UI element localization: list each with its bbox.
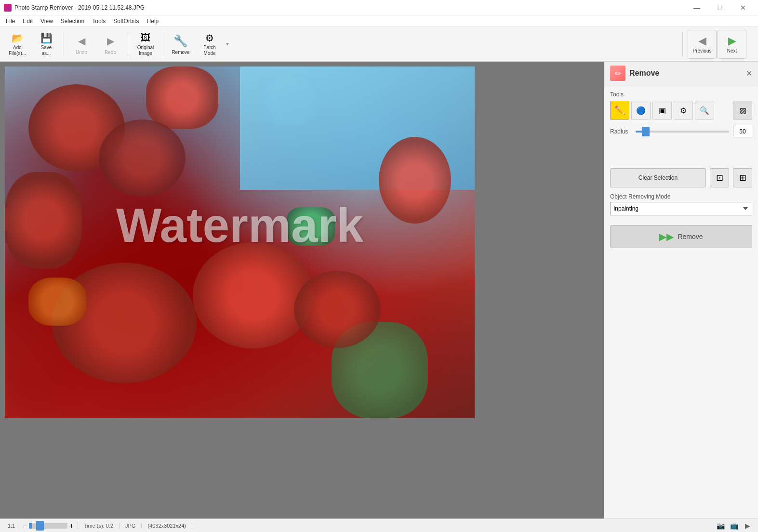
main-area: Watermark ✏ Remove ✕ Tools ✏️ 🔵 ▣ ⚙ 🔍 — [0, 62, 758, 519]
batch-mode-button[interactable]: ⚙ BatchMode — [196, 30, 223, 59]
flower-group-3 — [99, 120, 186, 197]
clear-selection-button[interactable]: Clear Selection — [610, 168, 706, 187]
flower-group-2 — [146, 66, 218, 129]
remove-button[interactable]: 🔧 Remove — [167, 30, 194, 59]
zoom-slider[interactable] — [29, 523, 67, 529]
rect-select-tool[interactable]: ▣ — [652, 101, 672, 120]
toolbar: 📂 AddFile(s)... 💾 Saveas... ◀ Undo ▶ Red… — [0, 27, 758, 62]
nav-separator — [682, 32, 683, 56]
undo-button[interactable]: ◀ Undo — [68, 30, 95, 59]
menu-tools[interactable]: Tools — [88, 17, 109, 26]
next-icon: ▶ — [728, 35, 736, 47]
original-image-icon: 🖼 — [138, 32, 153, 44]
redo-icon: ▶ — [103, 33, 118, 49]
menu-file[interactable]: File — [2, 17, 19, 26]
radius-section: Radius 50 — [610, 126, 752, 137]
eraser-tool[interactable]: 🔵 — [631, 101, 651, 120]
flower-group-5 — [193, 242, 313, 348]
toolbar-sep-3 — [163, 32, 163, 56]
magic-wand-tool[interactable]: ⚙ — [674, 101, 693, 120]
remove-btn-container: ▶▶ Remove — [604, 221, 758, 252]
save-as-button[interactable]: 💾 Saveas... — [33, 30, 60, 59]
time-status: Time (s): 0.2 — [78, 523, 120, 529]
select-rect-button[interactable]: ⊡ — [710, 168, 729, 187]
radius-label: Radius — [610, 128, 632, 135]
status-bar: 1:1 − + Time (s): 0.2 JPG (4032x3021x24)… — [0, 519, 758, 532]
add-files-button[interactable]: 📂 AddFile(s)... — [4, 30, 31, 59]
clear-selection-label: Clear Selection — [638, 174, 678, 181]
maximize-button[interactable]: □ — [709, 0, 731, 15]
add-files-icon: 📂 — [10, 32, 25, 44]
toolbox-title-area: ✏ Remove — [610, 66, 659, 81]
remove-btn-label: Remove — [678, 233, 703, 240]
play-icon[interactable]: ▶ — [741, 519, 754, 532]
flower-group-8 — [294, 271, 381, 348]
toolbar-sep-2 — [128, 32, 128, 56]
previous-button[interactable]: ◀ Previous — [688, 30, 717, 59]
toolbox-title: Remove — [629, 69, 659, 78]
canvas-area[interactable]: Watermark — [0, 62, 604, 519]
menu-view[interactable]: View — [37, 17, 57, 26]
previous-icon: ◀ — [698, 35, 706, 47]
toolbox-panel: ✏ Remove ✕ Tools ✏️ 🔵 ▣ ⚙ 🔍 ▨ — [604, 62, 758, 519]
next-button[interactable]: ▶ Next — [718, 30, 746, 59]
zoom-minus-icon[interactable]: − — [23, 522, 27, 530]
brush-tool[interactable]: ✏️ — [610, 101, 629, 120]
camera-icon[interactable]: 📷 — [714, 519, 727, 532]
menu-selection[interactable]: Selection — [57, 17, 88, 26]
remove-label: Remove — [172, 50, 189, 55]
zoom-slider-area: − + — [19, 522, 78, 530]
original-image-button[interactable]: 🖼 OriginalImage — [132, 30, 159, 59]
tools-label: Tools — [610, 91, 752, 98]
save-icon: 💾 — [39, 32, 54, 44]
batch-mode-label: BatchMode — [203, 45, 216, 56]
menu-help[interactable]: Help — [143, 17, 163, 26]
radius-slider-container — [636, 127, 729, 136]
mode-select[interactable]: Inpainting Content-Aware Fill Smear Aver… — [610, 202, 752, 215]
more-options-icon[interactable]: ▼ — [225, 41, 230, 47]
photo-container: Watermark — [5, 66, 475, 418]
previous-label: Previous — [693, 48, 712, 53]
close-button[interactable]: ✕ — [732, 0, 754, 15]
title-bar: Photo Stamp Remover - 2019-05-12 11.52.4… — [0, 0, 758, 15]
redo-label: Redo — [105, 50, 116, 55]
menu-bar: File Edit View Selection Tools SoftOrbit… — [0, 15, 758, 27]
zoom-plus-icon[interactable]: + — [69, 522, 73, 530]
clear-selection-row: Clear Selection ⊡ ⊞ — [610, 168, 752, 187]
undo-icon: ◀ — [74, 33, 89, 49]
radius-row: Radius 50 — [610, 126, 752, 137]
flower-group-4 — [5, 172, 82, 268]
branch-1 — [28, 278, 86, 326]
original-image-label: OriginalImage — [137, 45, 154, 56]
tools-section: Tools ✏️ 🔵 ▣ ⚙ 🔍 ▨ — [610, 91, 752, 120]
toolbox-icon: ✏ — [610, 66, 625, 81]
stamp-tool[interactable]: ▨ — [733, 101, 752, 120]
format-status: JPG — [120, 523, 142, 529]
toolbox-close-button[interactable]: ✕ — [746, 69, 752, 78]
remove-arrow-icon: ▶▶ — [659, 231, 674, 242]
toolbox-body: Tools ✏️ 🔵 ▣ ⚙ 🔍 ▨ Radius 50 — [604, 85, 758, 221]
title-bar-left: Photo Stamp Remover - 2019-05-12 11.52.4… — [4, 4, 145, 12]
dimensions-status: (4032x3021x24) — [142, 523, 192, 529]
execute-remove-button[interactable]: ▶▶ Remove — [610, 225, 752, 248]
window-title: Photo Stamp Remover - 2019-05-12 11.52.4… — [14, 4, 145, 11]
app-icon — [4, 4, 12, 12]
batch-mode-icon: ⚙ — [202, 32, 217, 44]
minimize-button[interactable]: — — [686, 0, 708, 15]
menu-softorbits[interactable]: SoftOrbits — [109, 17, 143, 26]
mode-section: Object Removing Mode Inpainting Content-… — [610, 193, 752, 215]
flower-group-7 — [379, 137, 451, 224]
add-files-label: AddFile(s)... — [9, 45, 26, 56]
redo-button[interactable]: ▶ Redo — [97, 30, 124, 59]
radius-value: 50 — [733, 126, 752, 137]
tools-row: ✏️ 🔵 ▣ ⚙ 🔍 ▨ — [610, 101, 752, 120]
status-right: 📷 📺 ▶ — [714, 519, 754, 532]
select-all-button[interactable]: ⊞ — [733, 168, 752, 187]
screen-icon[interactable]: 📺 — [727, 519, 741, 532]
radius-slider[interactable] — [636, 131, 729, 133]
remove-icon: 🔧 — [173, 33, 188, 49]
menu-edit[interactable]: Edit — [19, 17, 37, 26]
leaves-1 — [287, 207, 335, 246]
undo-label: Undo — [76, 50, 87, 55]
pointer-tool[interactable]: 🔍 — [695, 101, 714, 120]
